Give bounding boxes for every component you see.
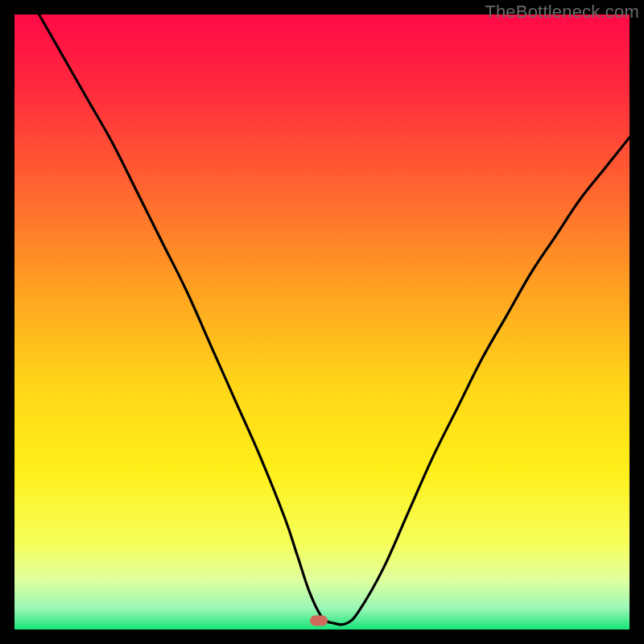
chart-stage: TheBottleneck.com xyxy=(0,0,644,644)
plot-area xyxy=(14,14,630,630)
optimal-point-marker xyxy=(310,615,328,625)
bottleneck-curve xyxy=(14,14,630,630)
watermark-text: TheBottleneck.com xyxy=(485,2,639,23)
